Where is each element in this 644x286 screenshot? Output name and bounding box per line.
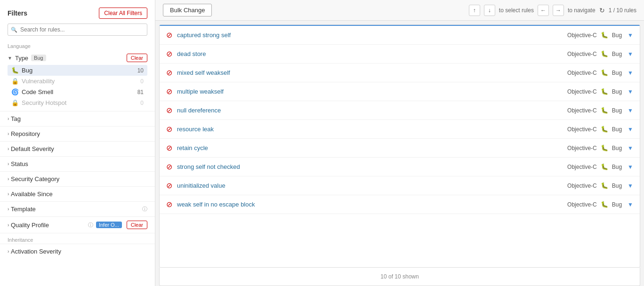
vulnerability-type-icon: 🔒 (11, 78, 19, 85)
type-badge: Bug (31, 55, 46, 61)
rule-filter-icon-6[interactable]: ▼ (628, 145, 633, 151)
rule-meta-1: Objective-C 🐛 Bug ▼ (567, 50, 633, 57)
nav-up-button[interactable]: ↑ (469, 5, 480, 16)
available-since-chevron-icon: › (8, 191, 9, 197)
sidebar-title: Filters (8, 9, 27, 17)
rule-name-2: mixed self weakself (177, 69, 567, 76)
type-item-vulnerability-label: Vulnerability (22, 78, 55, 85)
repository-chevron-icon: › (8, 131, 9, 136)
quality-profile-chevron-icon: › (8, 222, 9, 228)
sidebar-header: Filters Clear All Filters (0, 5, 155, 24)
rule-row-1[interactable]: ⊘ dead store Objective-C 🐛 Bug ▼ (160, 45, 640, 64)
filter-row-template-label: Template (11, 206, 142, 213)
filter-row-activation-severity[interactable]: › Activation Severity (0, 244, 155, 259)
quality-profile-label: Quality Profile (11, 222, 88, 229)
template-info-icon: ⓘ (142, 206, 147, 213)
rules-list: ⊘ captured strong self Objective-C 🐛 Bug… (159, 24, 640, 268)
rule-filter-icon-9[interactable]: ▼ (628, 201, 633, 208)
rule-lang-7: Objective-C (567, 164, 597, 170)
rule-row-9[interactable]: ⊘ weak self in no escape block Objective… (160, 195, 640, 214)
type-list: 🐛 Bug 10 🔒 Vulnerability 0 🌀 Code Smell … (8, 65, 147, 108)
default-severity-chevron-icon: › (8, 146, 9, 151)
filter-row-quality-profile[interactable]: › Quality Profile ⓘ Infer O... Clear (0, 216, 155, 233)
rule-lang-9: Objective-C (567, 201, 597, 208)
rule-meta-2: Objective-C 🐛 Bug ▼ (567, 69, 633, 76)
quality-profile-badge: Infer O... (96, 222, 122, 228)
rule-bug-icon-7: 🐛 (601, 163, 608, 170)
type-item-security-hotspot[interactable]: 🔒 Security Hotspot 0 (8, 97, 147, 108)
rule-filter-icon-0[interactable]: ▼ (628, 32, 633, 39)
nav-left-button[interactable]: ← (538, 5, 549, 16)
rule-row-8[interactable]: ⊘ uninitialized value Objective-C 🐛 Bug … (160, 176, 640, 195)
rule-name-4: null dereference (177, 107, 567, 114)
type-item-security-hotspot-label: Security Hotspot (22, 99, 66, 106)
rule-row-3[interactable]: ⊘ multiple weakself Objective-C 🐛 Bug ▼ (160, 82, 640, 101)
search-box: 🔍 (8, 24, 147, 36)
quality-profile-clear-button[interactable]: Clear (127, 221, 147, 229)
filter-row-repository[interactable]: › Repository (0, 126, 155, 141)
rule-filter-icon-1[interactable]: ▼ (628, 51, 633, 57)
rule-filter-icon-7[interactable]: ▼ (628, 164, 633, 170)
rule-name-5: resource leak (177, 126, 567, 133)
security-hotspot-type-icon: 🔒 (11, 99, 19, 106)
severity-icon-7: ⊘ (166, 162, 172, 171)
rule-filter-icon-2[interactable]: ▼ (628, 70, 633, 76)
severity-icon-8: ⊘ (166, 181, 172, 190)
filter-row-available-since[interactable]: › Available Since (0, 186, 155, 201)
rule-type-6: Bug (612, 145, 622, 151)
search-input[interactable] (8, 24, 147, 36)
filter-row-template[interactable]: › Template ⓘ (0, 201, 155, 216)
rule-bug-icon-4: 🐛 (601, 107, 608, 114)
filter-row-status[interactable]: › Status (0, 156, 155, 171)
filter-row-status-label: Status (11, 160, 147, 167)
rule-row-7[interactable]: ⊘ strong self not checked Objective-C 🐛 … (160, 158, 640, 176)
rule-row-5[interactable]: ⊘ resource leak Objective-C 🐛 Bug ▼ (160, 120, 640, 139)
bulk-change-button[interactable]: Bulk Change (163, 4, 212, 16)
filter-row-activation-severity-label: Activation Severity (11, 248, 147, 255)
rule-row-6[interactable]: ⊘ retain cycle Objective-C 🐛 Bug ▼ (160, 139, 640, 158)
rule-name-7: strong self not checked (177, 163, 567, 170)
filter-row-security-category[interactable]: › Security Category (0, 171, 155, 186)
rule-type-4: Bug (612, 107, 622, 114)
rule-bug-icon-8: 🐛 (601, 182, 608, 189)
type-item-security-hotspot-count: 0 (140, 100, 144, 106)
type-item-code-smell-count: 81 (137, 89, 144, 95)
rule-row-4[interactable]: ⊘ null dereference Objective-C 🐛 Bug ▼ (160, 101, 640, 120)
rule-filter-icon-4[interactable]: ▼ (628, 107, 633, 114)
rule-filter-icon-8[interactable]: ▼ (628, 183, 633, 189)
rules-footer: 10 of 10 shown (159, 268, 640, 286)
rule-name-9: weak self in no escape block (177, 201, 567, 208)
rule-bug-icon-0: 🐛 (601, 32, 608, 39)
type-label: Type (15, 55, 28, 62)
rule-type-0: Bug (612, 32, 622, 39)
rule-name-0: captured strong self (177, 32, 567, 39)
filter-row-tag-label: Tag (11, 115, 147, 122)
nav-down-button[interactable]: ↓ (484, 5, 495, 16)
toolbar-right: ↑ ↓ to select rules ← → to navigate ↻ 1 … (469, 5, 636, 16)
nav-right-button[interactable]: → (553, 5, 564, 16)
sidebar: Filters Clear All Filters 🔍 Language ▼ T… (0, 0, 155, 286)
rule-row-0[interactable]: ⊘ captured strong self Objective-C 🐛 Bug… (160, 25, 640, 45)
refresh-icon: ↻ (599, 7, 605, 14)
type-item-code-smell[interactable]: 🌀 Code Smell 81 (8, 87, 147, 97)
clear-all-filters-button[interactable]: Clear All Filters (99, 8, 147, 19)
main-content: Bulk Change ↑ ↓ to select rules ← → to n… (155, 0, 644, 286)
filter-row-default-severity[interactable]: › Default Severity (0, 141, 155, 156)
rule-type-9: Bug (612, 201, 622, 208)
rule-type-8: Bug (612, 183, 622, 189)
type-item-bug-label: Bug (22, 67, 32, 74)
rule-filter-icon-3[interactable]: ▼ (628, 88, 633, 95)
type-item-vulnerability-count: 0 (140, 78, 144, 85)
rule-row-2[interactable]: ⊘ mixed self weakself Objective-C 🐛 Bug … (160, 64, 640, 82)
rule-filter-icon-5[interactable]: ▼ (628, 126, 633, 133)
tag-chevron-icon: › (8, 116, 9, 121)
type-item-bug[interactable]: 🐛 Bug 10 (8, 65, 147, 76)
filter-row-tag[interactable]: › Tag (0, 111, 155, 126)
type-clear-button[interactable]: Clear (127, 54, 147, 62)
rule-type-5: Bug (612, 126, 622, 133)
type-item-vulnerability[interactable]: 🔒 Vulnerability 0 (8, 76, 147, 87)
severity-icon-9: ⊘ (166, 200, 172, 209)
rule-meta-6: Objective-C 🐛 Bug ▼ (567, 144, 633, 151)
rule-meta-0: Objective-C 🐛 Bug ▼ (567, 32, 633, 39)
rules-count: 1 / 10 rules (609, 7, 636, 14)
